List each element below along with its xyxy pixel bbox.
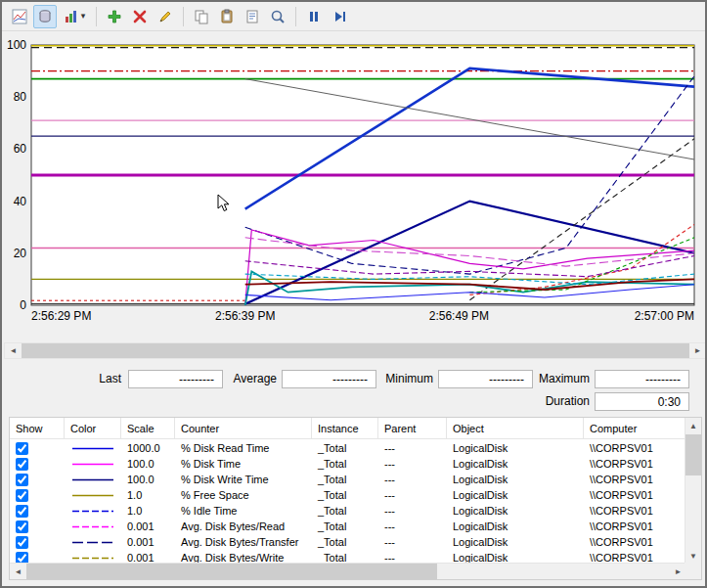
legend-rows: 1000.0% Disk Read Time_Total---LogicalDi… — [10, 440, 686, 565]
computer-cell: \\CORPSV01 — [584, 519, 686, 534]
duration-value-field: 0:30 — [595, 392, 689, 411]
play-step-icon — [331, 9, 347, 24]
table-row[interactable]: 1.0% Free Space_Total---LogicalDisk\\COR… — [10, 487, 686, 503]
computer-cell: \\CORPSV01 — [584, 487, 686, 503]
chevron-down-icon: ▾ — [81, 12, 86, 21]
color-line-sample — [70, 537, 115, 548]
chart-area: 1008060402002:56:29 PM2:56:39 PM2:56:49 … — [2, 32, 707, 326]
table-row[interactable]: 1000.0% Disk Read Time_Total---LogicalDi… — [10, 440, 686, 456]
duration-value: 0:30 — [658, 395, 681, 409]
change-graph-type-button[interactable]: ▾ — [59, 5, 90, 28]
color-line-sample — [70, 475, 115, 485]
show-checkbox[interactable] — [16, 474, 28, 486]
show-checkbox[interactable] — [16, 505, 28, 518]
color-line-sample — [70, 443, 115, 454]
zoom-button[interactable] — [266, 5, 289, 28]
chart-scrollbar-track[interactable] — [22, 343, 689, 358]
column-header-object[interactable]: Object — [447, 418, 584, 438]
object-cell: LogicalDisk — [447, 519, 584, 534]
y-axis-tick-label: 0 — [20, 298, 26, 312]
legend-hscrollbar-track[interactable] — [26, 564, 670, 579]
view-log-data-button[interactable] — [33, 5, 57, 28]
chart-horizontal-scrollbar[interactable]: ◄ ► — [4, 342, 707, 359]
legend-vscrollbar-track[interactable] — [685, 434, 701, 548]
clipboard-icon — [219, 9, 235, 24]
counter-cell: Avg. Disk Bytes/Transfer — [175, 534, 312, 550]
column-header-parent[interactable]: Parent — [378, 418, 447, 438]
scroll-up-button[interactable]: ▲ — [685, 418, 701, 434]
freeze-display-button[interactable] — [302, 5, 326, 28]
plus-icon — [107, 9, 122, 24]
red-x-icon — [132, 9, 148, 24]
show-checkbox[interactable] — [16, 442, 28, 455]
table-row[interactable]: 1.0% Idle Time_Total---LogicalDisk\\CORP… — [10, 503, 686, 519]
scroll-left-button[interactable]: ◄ — [10, 564, 26, 579]
table-row[interactable]: 100.0% Disk Time_Total---LogicalDisk\\CO… — [10, 456, 686, 472]
color-line-sample — [70, 490, 115, 501]
object-cell: LogicalDisk — [447, 472, 584, 487]
scale-cell: 1000.0 — [121, 440, 175, 456]
highlight-button[interactable] — [154, 5, 177, 28]
column-header-instance[interactable]: Instance — [312, 418, 378, 438]
line-chart-icon — [12, 9, 27, 24]
y-axis-tick-label: 100 — [7, 38, 26, 52]
color-cell — [65, 503, 121, 519]
instance-cell: _Total — [312, 472, 378, 487]
x-axis-tick-label: 2:56:49 PM — [429, 309, 489, 323]
legend-vertical-scrollbar[interactable]: ▲ ▼ — [685, 418, 701, 565]
x-axis-tick-label: 2:56:29 PM — [31, 309, 91, 323]
graph-type-icon — [64, 9, 79, 24]
maximum-value-field: --------- — [595, 370, 689, 388]
counter-cell: % Disk Write Time — [175, 472, 312, 487]
color-line-sample — [70, 459, 115, 470]
column-header-computer[interactable]: Computer — [584, 418, 686, 438]
legend-horizontal-scrollbar[interactable]: ◄ ► — [10, 563, 686, 579]
instance-cell: _Total — [312, 534, 378, 550]
pencil-icon — [157, 9, 173, 24]
column-header-counter[interactable]: Counter — [175, 418, 312, 438]
scroll-left-button[interactable]: ◄ — [5, 343, 22, 358]
show-checkbox[interactable] — [16, 489, 28, 502]
color-cell — [65, 519, 121, 534]
show-checkbox[interactable] — [16, 458, 28, 471]
instance-cell: _Total — [312, 487, 378, 503]
legend-hscrollbar-thumb[interactable] — [26, 564, 437, 579]
color-cell — [65, 440, 121, 456]
show-cell — [10, 519, 65, 534]
copy-properties-button[interactable] — [190, 5, 213, 28]
delete-counter-button[interactable] — [128, 5, 152, 28]
scroll-right-button[interactable]: ► — [689, 343, 706, 358]
update-data-button[interactable] — [328, 5, 351, 28]
add-counter-button[interactable] — [103, 5, 126, 28]
show-cell — [10, 472, 65, 487]
properties-document-icon — [244, 9, 260, 24]
column-header-show[interactable]: Show — [10, 418, 65, 438]
scale-cell: 100.0 — [121, 456, 175, 472]
chart-scrollbar-thumb[interactable] — [22, 343, 689, 358]
average-label: Average — [199, 370, 277, 388]
show-checkbox[interactable] — [16, 536, 28, 549]
scale-cell: 1.0 — [121, 487, 175, 503]
column-header-scale[interactable]: Scale — [121, 418, 175, 438]
parent-cell: --- — [378, 472, 447, 487]
object-cell: LogicalDisk — [447, 503, 584, 519]
view-current-activity-button[interactable] — [8, 5, 31, 28]
legend-vscrollbar-thumb[interactable] — [685, 434, 701, 475]
y-axis-tick-label: 20 — [14, 247, 27, 260]
paste-counter-list-button[interactable] — [215, 5, 239, 28]
table-row[interactable]: 100.0% Disk Write Time_Total---LogicalDi… — [10, 472, 686, 487]
duration-label: Duration — [516, 392, 590, 411]
color-line-sample — [70, 553, 115, 564]
table-row[interactable]: 0.001Avg. Disk Bytes/Transfer_Total---Lo… — [10, 534, 686, 550]
instance-cell: _Total — [312, 456, 378, 472]
properties-button[interactable] — [241, 5, 264, 28]
show-checkbox[interactable] — [16, 520, 28, 533]
minimum-label: Minimum — [355, 370, 433, 388]
computer-cell: \\CORPSV01 — [584, 503, 686, 519]
scale-cell: 1.0 — [121, 503, 175, 519]
parent-cell: --- — [378, 519, 447, 534]
table-row[interactable]: 0.001Avg. Disk Bytes/Read_Total---Logica… — [10, 519, 686, 534]
last-label: Last — [59, 370, 121, 388]
column-header-color[interactable]: Color — [65, 418, 121, 438]
counter-cell: % Disk Read Time — [175, 440, 312, 456]
